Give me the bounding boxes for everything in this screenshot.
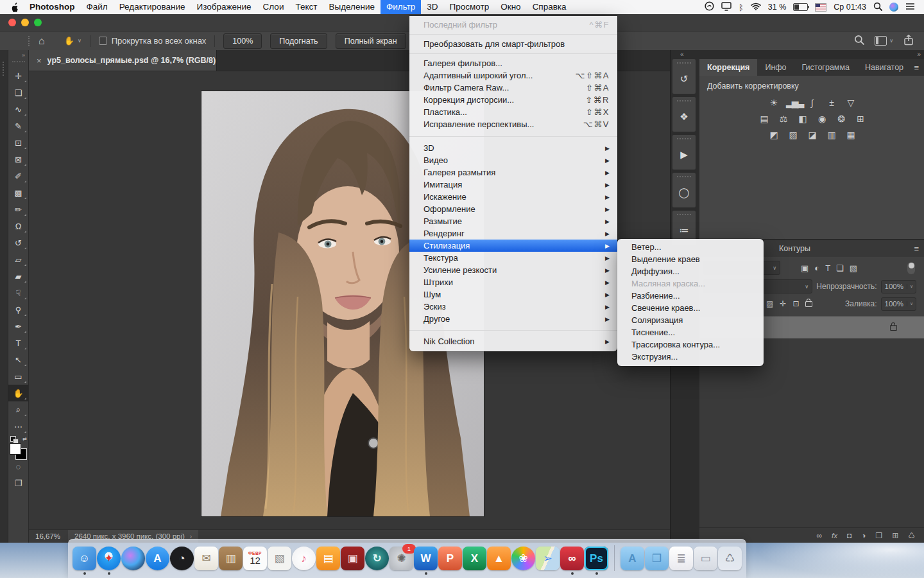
lock-transparency-icon[interactable]: ▨: [766, 299, 773, 308]
submenu-item[interactable]: Экструзия...: [617, 351, 764, 363]
dock-word[interactable]: W: [414, 547, 438, 570]
dock-vlc[interactable]: ▲: [487, 547, 511, 570]
submenu-item[interactable]: Разбиение...: [617, 290, 764, 302]
levels-icon[interactable]: ▂▅▃: [786, 98, 799, 108]
tab-info[interactable]: Инфо: [757, 59, 794, 76]
link-layers-icon[interactable]: ∞: [816, 531, 822, 540]
dock-safari[interactable]: ✦: [97, 547, 121, 570]
filter-menu-item[interactable]: Текстура ▶: [409, 252, 617, 264]
menu-type[interactable]: Текст: [289, 0, 323, 14]
submenu-item[interactable]: Свечение краев...: [617, 302, 764, 314]
menu-help[interactable]: Справка: [527, 0, 572, 14]
curves-icon[interactable]: ∫: [805, 98, 818, 108]
layer-group-icon[interactable]: ❒: [875, 531, 882, 540]
menu-photoshop[interactable]: Photoshop: [24, 0, 81, 14]
shape-tool[interactable]: ▭: [8, 368, 28, 385]
hue-saturation-icon[interactable]: ▤: [757, 114, 770, 124]
zoom-level[interactable]: 16,67%: [29, 532, 68, 540]
filter-menu-item[interactable]: Последний фильтр ^⌘F ▶: [409, 19, 617, 31]
layer-filter-toggle[interactable]: [907, 262, 915, 274]
dock-powerpoint[interactable]: P: [438, 547, 462, 570]
dock-ibooks[interactable]: ▤: [316, 547, 340, 570]
submenu-item[interactable]: Диффузия...: [617, 265, 764, 277]
dock-document-stack[interactable]: ≣: [669, 547, 693, 570]
filter-menu-item[interactable]: Фильтр Camera Raw... ⇧⌘A ▶: [409, 82, 617, 94]
toolbar-grip[interactable]: [12, 61, 25, 62]
document-tab[interactable]: × ур5_волосы_прямые.psd @ 16,7% (RGB/8): [29, 50, 217, 71]
close-tab-icon[interactable]: ×: [37, 56, 42, 66]
dock-screenshot-window[interactable]: ▭: [694, 547, 717, 570]
display-menu-icon[interactable]: [721, 2, 732, 13]
history-brush-tool[interactable]: ↺: [8, 234, 28, 251]
dock-documents-folder[interactable]: ❒: [645, 547, 669, 570]
new-layer-icon[interactable]: ⊞: [892, 531, 898, 540]
filter-menu-item[interactable]: ▶: [409, 130, 617, 142]
filter-menu-item[interactable]: Пластика... ⇧⌘X ▶: [409, 106, 617, 118]
battery-icon[interactable]: [793, 3, 808, 11]
submenu-item[interactable]: Масляная краска...: [617, 277, 764, 290]
wifi-icon[interactable]: [751, 3, 761, 12]
filter-menu-item[interactable]: 3D ▶: [409, 142, 617, 154]
input-language-flag-icon[interactable]: [815, 3, 826, 12]
panel-menu-icon[interactable]: ≡: [914, 244, 919, 254]
healing-brush-tool[interactable]: ▩: [8, 184, 28, 201]
layer-style-icon[interactable]: fx: [832, 532, 837, 539]
menu-filter[interactable]: Фильтр: [381, 0, 421, 14]
panel-menu-icon[interactable]: ≡: [914, 63, 919, 73]
color-balance-icon[interactable]: ⚖: [776, 114, 789, 124]
smudge-tool[interactable]: ☟: [8, 285, 28, 301]
menu-layers[interactable]: Слои: [257, 0, 290, 14]
filter-menu-item[interactable]: Искажение ▶: [409, 191, 617, 203]
filter-menu-item[interactable]: Шум ▶: [409, 288, 617, 301]
menu-image[interactable]: Изображение: [191, 0, 257, 14]
collapse-panels-icon[interactable]: «: [680, 51, 683, 58]
dock-maps[interactable]: ➢: [536, 547, 560, 570]
exposure-icon[interactable]: ±: [825, 98, 837, 108]
filter-menu-item[interactable]: ▶: [409, 325, 617, 335]
dock-applications-folder[interactable]: A: [620, 547, 644, 570]
rail-grip[interactable]: [3, 62, 5, 76]
menubar-clock[interactable]: Ср 01:43: [834, 3, 866, 12]
path-select-tool[interactable]: ↖: [8, 351, 28, 368]
move-tool[interactable]: ✛: [8, 67, 28, 84]
delete-layer-icon[interactable]: ♺: [908, 531, 915, 540]
tab-histogram[interactable]: Гистограмма: [794, 59, 857, 76]
tab-adjustments[interactable]: Коррекция: [699, 59, 757, 76]
creative-cloud-menu-icon[interactable]: [705, 1, 714, 13]
filter-menu-item[interactable]: Эскиз ▶: [409, 301, 617, 313]
filter-menu-item[interactable]: Штрихи ▶: [409, 276, 617, 288]
vibrance-icon[interactable]: ▽: [844, 98, 857, 108]
filter-menu-item[interactable]: Усиление резкости ▶: [409, 264, 617, 276]
layer-mask-icon[interactable]: ◘: [847, 531, 851, 540]
filter-menu-item[interactable]: Размытие ▶: [409, 215, 617, 227]
submenu-item[interactable]: Ветер...: [617, 241, 764, 253]
filter-menu-item[interactable]: ▶: [409, 31, 617, 38]
notification-center-icon[interactable]: [905, 3, 915, 12]
quick-selection-tool[interactable]: ✎: [8, 118, 28, 134]
invert-icon[interactable]: ◩: [767, 130, 780, 140]
slice-tool[interactable]: ⊠: [8, 151, 28, 168]
dock-calendar[interactable]: ФЕВР 12: [243, 547, 267, 570]
dock-trash[interactable]: ♺: [718, 547, 742, 570]
active-tool-preset[interactable]: ✋ ∨: [64, 36, 81, 46]
filter-menu-item[interactable]: Рендеринг ▶: [409, 227, 617, 240]
lock-position-icon[interactable]: ✛: [780, 299, 786, 308]
zoom-tool[interactable]: ⌕: [8, 401, 28, 418]
full-screen-button[interactable]: Полный экран: [336, 33, 406, 49]
adjustment-layer-icon[interactable]: ◑: [861, 531, 866, 540]
submenu-item[interactable]: Тиснение...: [617, 326, 764, 338]
lasso-tool[interactable]: ∿: [8, 101, 28, 118]
filter-menu-item[interactable]: Nik Collection ▶: [409, 335, 617, 347]
fill-field[interactable]: 100% ∨: [881, 297, 916, 311]
marquee-tool[interactable]: ❏: [8, 84, 28, 101]
toolbar-expand-icon[interactable]: »: [22, 50, 28, 58]
eraser-tool[interactable]: ▱: [8, 251, 28, 268]
dock-photos[interactable]: ❀: [511, 547, 535, 570]
menu-window[interactable]: Окно: [495, 0, 526, 14]
pen-tool[interactable]: ✒: [8, 318, 28, 335]
filter-menu-item[interactable]: Имитация ▶: [409, 179, 617, 191]
filter-menu-item[interactable]: Преобразовать для смарт-фильтров ▶: [409, 38, 617, 50]
filter-pixel-layers-icon[interactable]: ▣: [801, 263, 809, 273]
filter-menu-item[interactable]: ▶: [409, 50, 617, 57]
tab-navigator[interactable]: Навигатор: [857, 59, 911, 76]
